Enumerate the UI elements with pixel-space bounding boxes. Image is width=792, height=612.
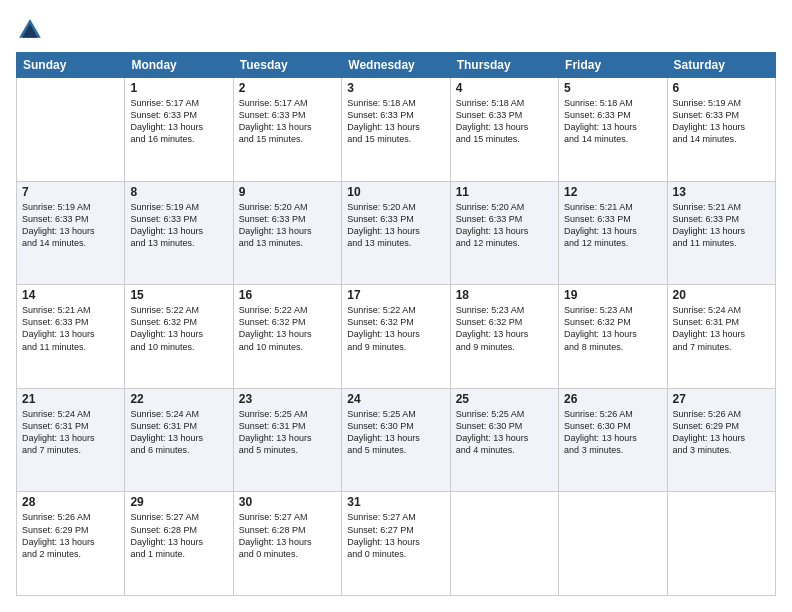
- calendar-header-friday: Friday: [559, 53, 667, 78]
- calendar-cell: 7Sunrise: 5:19 AMSunset: 6:33 PMDaylight…: [17, 181, 125, 285]
- calendar-cell: 13Sunrise: 5:21 AMSunset: 6:33 PMDayligh…: [667, 181, 775, 285]
- day-info: Sunrise: 5:18 AMSunset: 6:33 PMDaylight:…: [564, 97, 661, 146]
- calendar-cell: [17, 78, 125, 182]
- calendar-cell: 2Sunrise: 5:17 AMSunset: 6:33 PMDaylight…: [233, 78, 341, 182]
- calendar-cell: 25Sunrise: 5:25 AMSunset: 6:30 PMDayligh…: [450, 388, 558, 492]
- day-number: 11: [456, 185, 553, 199]
- calendar-cell: 3Sunrise: 5:18 AMSunset: 6:33 PMDaylight…: [342, 78, 450, 182]
- day-number: 1: [130, 81, 227, 95]
- day-number: 27: [673, 392, 770, 406]
- header: [16, 16, 776, 44]
- calendar-cell: 11Sunrise: 5:20 AMSunset: 6:33 PMDayligh…: [450, 181, 558, 285]
- calendar-cell: 6Sunrise: 5:19 AMSunset: 6:33 PMDaylight…: [667, 78, 775, 182]
- day-number: 20: [673, 288, 770, 302]
- day-number: 5: [564, 81, 661, 95]
- calendar-header-tuesday: Tuesday: [233, 53, 341, 78]
- calendar-cell: 12Sunrise: 5:21 AMSunset: 6:33 PMDayligh…: [559, 181, 667, 285]
- calendar-week-row: 7Sunrise: 5:19 AMSunset: 6:33 PMDaylight…: [17, 181, 776, 285]
- day-info: Sunrise: 5:23 AMSunset: 6:32 PMDaylight:…: [564, 304, 661, 353]
- calendar-cell: 22Sunrise: 5:24 AMSunset: 6:31 PMDayligh…: [125, 388, 233, 492]
- day-number: 22: [130, 392, 227, 406]
- calendar-cell: 10Sunrise: 5:20 AMSunset: 6:33 PMDayligh…: [342, 181, 450, 285]
- calendar-cell: 28Sunrise: 5:26 AMSunset: 6:29 PMDayligh…: [17, 492, 125, 596]
- day-number: 30: [239, 495, 336, 509]
- calendar-cell: 8Sunrise: 5:19 AMSunset: 6:33 PMDaylight…: [125, 181, 233, 285]
- calendar-cell: 21Sunrise: 5:24 AMSunset: 6:31 PMDayligh…: [17, 388, 125, 492]
- day-number: 16: [239, 288, 336, 302]
- day-info: Sunrise: 5:25 AMSunset: 6:30 PMDaylight:…: [456, 408, 553, 457]
- day-number: 17: [347, 288, 444, 302]
- calendar-cell: 16Sunrise: 5:22 AMSunset: 6:32 PMDayligh…: [233, 285, 341, 389]
- day-number: 7: [22, 185, 119, 199]
- day-info: Sunrise: 5:20 AMSunset: 6:33 PMDaylight:…: [347, 201, 444, 250]
- day-info: Sunrise: 5:21 AMSunset: 6:33 PMDaylight:…: [673, 201, 770, 250]
- day-info: Sunrise: 5:27 AMSunset: 6:28 PMDaylight:…: [130, 511, 227, 560]
- calendar-cell: 29Sunrise: 5:27 AMSunset: 6:28 PMDayligh…: [125, 492, 233, 596]
- calendar-cell: 15Sunrise: 5:22 AMSunset: 6:32 PMDayligh…: [125, 285, 233, 389]
- day-number: 10: [347, 185, 444, 199]
- calendar-cell: 27Sunrise: 5:26 AMSunset: 6:29 PMDayligh…: [667, 388, 775, 492]
- calendar-cell: 23Sunrise: 5:25 AMSunset: 6:31 PMDayligh…: [233, 388, 341, 492]
- calendar-week-row: 14Sunrise: 5:21 AMSunset: 6:33 PMDayligh…: [17, 285, 776, 389]
- calendar-week-row: 28Sunrise: 5:26 AMSunset: 6:29 PMDayligh…: [17, 492, 776, 596]
- day-info: Sunrise: 5:24 AMSunset: 6:31 PMDaylight:…: [130, 408, 227, 457]
- calendar-cell: 17Sunrise: 5:22 AMSunset: 6:32 PMDayligh…: [342, 285, 450, 389]
- calendar-cell: 31Sunrise: 5:27 AMSunset: 6:27 PMDayligh…: [342, 492, 450, 596]
- day-info: Sunrise: 5:19 AMSunset: 6:33 PMDaylight:…: [673, 97, 770, 146]
- calendar-cell: [450, 492, 558, 596]
- day-number: 28: [22, 495, 119, 509]
- day-info: Sunrise: 5:24 AMSunset: 6:31 PMDaylight:…: [22, 408, 119, 457]
- day-number: 21: [22, 392, 119, 406]
- page: SundayMondayTuesdayWednesdayThursdayFrid…: [0, 0, 792, 612]
- day-info: Sunrise: 5:25 AMSunset: 6:31 PMDaylight:…: [239, 408, 336, 457]
- calendar-cell: [667, 492, 775, 596]
- calendar-header-monday: Monday: [125, 53, 233, 78]
- day-info: Sunrise: 5:22 AMSunset: 6:32 PMDaylight:…: [130, 304, 227, 353]
- day-info: Sunrise: 5:26 AMSunset: 6:29 PMDaylight:…: [22, 511, 119, 560]
- day-info: Sunrise: 5:21 AMSunset: 6:33 PMDaylight:…: [22, 304, 119, 353]
- day-info: Sunrise: 5:20 AMSunset: 6:33 PMDaylight:…: [456, 201, 553, 250]
- calendar-cell: [559, 492, 667, 596]
- day-info: Sunrise: 5:23 AMSunset: 6:32 PMDaylight:…: [456, 304, 553, 353]
- day-number: 4: [456, 81, 553, 95]
- day-info: Sunrise: 5:18 AMSunset: 6:33 PMDaylight:…: [347, 97, 444, 146]
- calendar-cell: 18Sunrise: 5:23 AMSunset: 6:32 PMDayligh…: [450, 285, 558, 389]
- day-info: Sunrise: 5:26 AMSunset: 6:29 PMDaylight:…: [673, 408, 770, 457]
- day-info: Sunrise: 5:19 AMSunset: 6:33 PMDaylight:…: [130, 201, 227, 250]
- logo: [16, 16, 48, 44]
- day-number: 25: [456, 392, 553, 406]
- calendar-cell: 24Sunrise: 5:25 AMSunset: 6:30 PMDayligh…: [342, 388, 450, 492]
- calendar-week-row: 21Sunrise: 5:24 AMSunset: 6:31 PMDayligh…: [17, 388, 776, 492]
- calendar-cell: 20Sunrise: 5:24 AMSunset: 6:31 PMDayligh…: [667, 285, 775, 389]
- day-info: Sunrise: 5:24 AMSunset: 6:31 PMDaylight:…: [673, 304, 770, 353]
- day-info: Sunrise: 5:20 AMSunset: 6:33 PMDaylight:…: [239, 201, 336, 250]
- day-info: Sunrise: 5:19 AMSunset: 6:33 PMDaylight:…: [22, 201, 119, 250]
- calendar-cell: 5Sunrise: 5:18 AMSunset: 6:33 PMDaylight…: [559, 78, 667, 182]
- calendar-header-thursday: Thursday: [450, 53, 558, 78]
- day-number: 8: [130, 185, 227, 199]
- calendar-header-saturday: Saturday: [667, 53, 775, 78]
- day-number: 26: [564, 392, 661, 406]
- day-info: Sunrise: 5:27 AMSunset: 6:27 PMDaylight:…: [347, 511, 444, 560]
- day-number: 9: [239, 185, 336, 199]
- day-info: Sunrise: 5:21 AMSunset: 6:33 PMDaylight:…: [564, 201, 661, 250]
- calendar-cell: 14Sunrise: 5:21 AMSunset: 6:33 PMDayligh…: [17, 285, 125, 389]
- day-info: Sunrise: 5:22 AMSunset: 6:32 PMDaylight:…: [347, 304, 444, 353]
- day-number: 19: [564, 288, 661, 302]
- day-number: 6: [673, 81, 770, 95]
- day-info: Sunrise: 5:25 AMSunset: 6:30 PMDaylight:…: [347, 408, 444, 457]
- calendar-cell: 26Sunrise: 5:26 AMSunset: 6:30 PMDayligh…: [559, 388, 667, 492]
- day-number: 12: [564, 185, 661, 199]
- day-info: Sunrise: 5:17 AMSunset: 6:33 PMDaylight:…: [239, 97, 336, 146]
- day-number: 31: [347, 495, 444, 509]
- calendar-header-row: SundayMondayTuesdayWednesdayThursdayFrid…: [17, 53, 776, 78]
- calendar-header-sunday: Sunday: [17, 53, 125, 78]
- day-number: 18: [456, 288, 553, 302]
- calendar-cell: 19Sunrise: 5:23 AMSunset: 6:32 PMDayligh…: [559, 285, 667, 389]
- calendar-cell: 9Sunrise: 5:20 AMSunset: 6:33 PMDaylight…: [233, 181, 341, 285]
- day-number: 24: [347, 392, 444, 406]
- day-number: 13: [673, 185, 770, 199]
- day-number: 14: [22, 288, 119, 302]
- calendar-cell: 1Sunrise: 5:17 AMSunset: 6:33 PMDaylight…: [125, 78, 233, 182]
- calendar-week-row: 1Sunrise: 5:17 AMSunset: 6:33 PMDaylight…: [17, 78, 776, 182]
